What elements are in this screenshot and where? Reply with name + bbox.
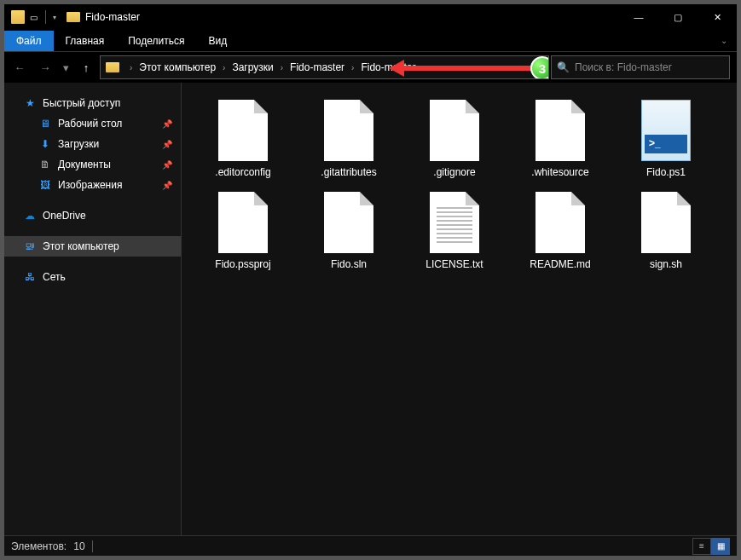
file-icon [430,192,479,253]
properties-icon[interactable]: ▭ [26,10,40,24]
desktop-icon: 🖥 [38,117,52,130]
sidebar-item-label: Быстрый доступ [43,97,120,109]
file-name: Fido.ps1 [646,166,686,178]
window-folder-icon [67,12,80,22]
pin-icon: 📌 [162,119,172,129]
sidebar-item-documents[interactable]: 🗎 Документы 📌 [4,154,181,175]
sidebar-item-label: Загрузки [58,138,99,150]
file-item[interactable]: LICENSE.txt [402,190,507,282]
sidebar-item-label: Сеть [43,271,66,283]
window-controls: — ▢ ✕ [619,4,737,30]
ribbon-expand-icon[interactable]: ⌄ [711,36,737,45]
file-icon [324,100,373,161]
file-item[interactable]: Fido.sln [296,190,402,282]
file-item[interactable]: .whitesource [507,98,613,190]
explorer-window: ▭ ▾ Fido-master — ▢ ✕ Файл Главная Подел… [3,3,738,557]
file-name: Fido.pssproj [215,258,270,270]
folder-icon [11,10,25,24]
chevron-right-icon[interactable]: › [124,63,137,72]
file-name: .gitattributes [321,166,376,178]
sidebar-item-label: Изображения [58,179,122,191]
search-box[interactable]: 🔍 Поиск в: Fido-master [551,55,730,79]
cloud-icon: ☁ [23,209,37,222]
file-icon [430,100,479,161]
file-icon [641,192,691,253]
sidebar-item-downloads[interactable]: ⬇ Загрузки 📌 [4,134,181,154]
file-name: Fido.sln [331,258,367,270]
file-icon [218,100,268,161]
network-icon: 🖧 [23,270,37,284]
titlebar: ▭ ▾ Fido-master — ▢ ✕ [4,4,737,30]
file-name: README.md [530,258,590,270]
file-grid[interactable]: .editorconfig.gitattributes.gitignore.wh… [182,83,737,535]
search-placeholder: Поиск в: Fido-master [575,61,672,73]
file-icon [218,192,268,253]
sidebar-item-label: Рабочий стол [58,118,122,130]
file-name: .whitesource [531,166,588,178]
document-icon: 🗎 [38,158,52,171]
tab-file[interactable]: Файл [4,31,54,51]
tab-home[interactable]: Главная [54,31,117,51]
breadcrumb-segment[interactable]: Fido-master [359,61,417,73]
status-items-label: Элементов: [11,540,67,552]
search-icon: 🔍 [557,61,570,73]
sidebar-item-this-pc[interactable]: 🖳 Этот компьютер [4,236,181,257]
file-item[interactable]: >_Fido.ps1 [613,98,719,190]
pin-icon: 📌 [162,160,172,170]
view-details-button[interactable]: ≡ [692,538,711,555]
file-item[interactable]: .gitattributes [296,98,402,190]
sidebar-item-label: OneDrive [43,210,86,222]
tab-share[interactable]: Поделиться [116,31,196,51]
sidebar-item-desktop[interactable]: 🖥 Рабочий стол 📌 [4,113,181,134]
file-icon [535,100,585,161]
body: ★ Быстрый доступ 🖥 Рабочий стол 📌 ⬇ Загр… [4,83,737,535]
close-button[interactable]: ✕ [698,4,737,30]
star-icon: ★ [23,96,37,110]
maximize-button[interactable]: ▢ [658,4,698,30]
sidebar-item-network[interactable]: 🖧 Сеть [4,267,181,287]
sidebar-item-quick-access[interactable]: ★ Быстрый доступ [4,93,181,113]
file-name: .gitignore [433,166,475,178]
download-icon: ⬇ [38,137,52,151]
nav-forward-button[interactable]: → [33,55,57,79]
address-bar[interactable]: › Этот компьютер › Загрузки › Fido-maste… [100,55,549,79]
nav-back-button[interactable]: ← [8,55,32,79]
separator [92,540,93,552]
qat-separator [45,10,46,24]
navigation-pane: ★ Быстрый доступ 🖥 Рабочий стол 📌 ⬇ Загр… [4,83,182,535]
sidebar-item-pictures[interactable]: 🖼 Изображения 📌 [4,175,181,195]
file-name: LICENSE.txt [425,258,483,270]
window-title: Fido-master [85,11,140,23]
file-item[interactable]: README.md [507,190,613,282]
nav-up-button[interactable]: ↑ [74,55,98,79]
chevron-right-icon[interactable]: › [275,63,288,72]
view-icons-button[interactable]: ▦ [711,538,730,555]
chevron-right-icon[interactable]: › [346,63,359,72]
file-item[interactable]: sign.sh [613,190,719,282]
navigation-row: ← → ▾ ↑ › Этот компьютер › Загрузки › Fi… [4,52,737,83]
status-bar: Элементов: 10 ≡ ▦ [4,535,737,556]
pin-icon: 📌 [162,140,172,149]
address-folder-icon [106,62,119,72]
file-icon [535,192,585,253]
file-item[interactable]: .editorconfig [190,98,296,190]
tab-view[interactable]: Вид [196,31,239,51]
file-icon [324,192,373,253]
qat-dropdown-icon[interactable]: ▾ [51,10,58,24]
file-item[interactable]: .gitignore [402,98,507,190]
status-items-count: 10 [73,540,84,552]
nav-recent-dropdown[interactable]: ▾ [59,55,72,79]
quick-access-toolbar: ▭ ▾ [4,10,58,24]
file-name: sign.sh [650,258,682,270]
sidebar-item-onedrive[interactable]: ☁ OneDrive [4,205,181,226]
pc-icon: 🖳 [23,240,37,253]
chevron-right-icon[interactable]: › [217,63,230,72]
ribbon-tabs: Файл Главная Поделиться Вид ⌄ [4,30,737,52]
address-dropdown-icon[interactable]: ⌄ [530,63,548,72]
breadcrumb-segment[interactable]: Этот компьютер [137,61,217,73]
file-icon: >_ [641,100,691,161]
breadcrumb-segment[interactable]: Загрузки [230,61,275,73]
file-item[interactable]: Fido.pssproj [190,190,296,282]
minimize-button[interactable]: — [619,4,658,30]
breadcrumb-segment[interactable]: Fido-master [288,61,346,73]
